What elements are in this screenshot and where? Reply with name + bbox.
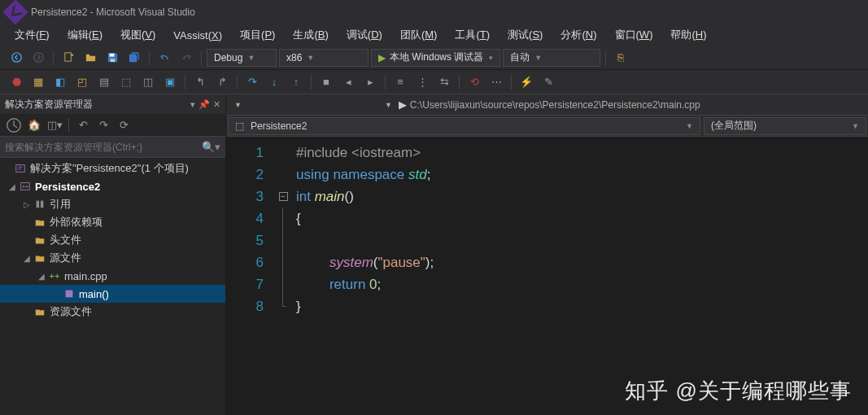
tree-sources[interactable]: ◢源文件: [0, 249, 225, 267]
tree-ext[interactable]: 外部依赖项: [0, 213, 225, 231]
svg-rect-3: [109, 54, 114, 57]
solution-search[interactable]: 🔍▾: [0, 137, 225, 158]
nav-dropdown[interactable]: ▼: [382, 97, 395, 113]
home-icon[interactable]: 🏠: [25, 116, 43, 134]
search-input[interactable]: [5, 142, 202, 153]
tb2-icon[interactable]: ◫: [138, 72, 158, 92]
tb2-icon[interactable]: ▤: [94, 72, 114, 92]
tb2-icon[interactable]: ≡: [390, 72, 410, 92]
panel-close-icon[interactable]: ✕: [213, 99, 220, 110]
menu-s[interactable]: 测试(S): [499, 25, 551, 45]
tb2-icon[interactable]: ✎: [539, 72, 558, 92]
tb2-icon[interactable]: ⇆: [434, 72, 454, 92]
code-editor[interactable]: 12345678 − #include <iostream> using nam…: [226, 137, 868, 415]
breadcrumb[interactable]: C:\Users\lijiaxun\source\repos\Persisten…: [410, 99, 863, 111]
tb2-icon[interactable]: ⬚: [116, 72, 136, 92]
svg-rect-11: [66, 290, 73, 298]
tb2-icon[interactable]: ▣: [160, 72, 180, 92]
menu-m[interactable]: 团队(M): [392, 25, 446, 45]
project-context-dropdown[interactable]: ⬚Persistence2▼: [228, 117, 700, 135]
step-over-icon[interactable]: ↷: [242, 72, 262, 92]
tb2-icon[interactable]: ▸: [360, 72, 380, 92]
fwd-icon[interactable]: ↷: [94, 116, 112, 134]
menubar: 文件(F)编辑(E)视图(V)VAssist(X)项目(P)生成(B)调试(D)…: [0, 24, 868, 46]
tb2-icon[interactable]: ↱: [212, 72, 232, 92]
tb2-icon[interactable]: ◧: [50, 72, 70, 92]
undo-icon[interactable]: [155, 48, 174, 68]
nav-fwd-icon[interactable]: [28, 48, 48, 68]
tb2-icon[interactable]: ◰: [72, 72, 92, 92]
nav-dropdown[interactable]: ▼: [231, 97, 245, 113]
start-debug-button[interactable]: ▶本地 Windows 调试器▾: [371, 49, 500, 67]
solution-tree: 解决方案"Persistence2"(1 个项目) ◢++Persistence…: [0, 158, 225, 415]
menu-p[interactable]: 项目(P): [232, 25, 283, 45]
bookmark-icon[interactable]: ■: [316, 72, 336, 92]
tb2-icon[interactable]: ⟲: [465, 72, 484, 92]
tree-resources[interactable]: 资源文件: [0, 303, 225, 321]
menu-t[interactable]: 工具(T): [447, 25, 498, 45]
nav-back-icon[interactable]: [7, 48, 26, 68]
refresh-icon[interactable]: ⟳: [115, 116, 133, 134]
svg-point-1: [33, 53, 42, 62]
titlebar: Persistence2 - Microsoft Visual Studio: [0, 0, 868, 24]
code-content[interactable]: #include <iostream> using namespace std;…: [291, 137, 868, 415]
vs-logo-icon: [2, 0, 28, 25]
new-icon[interactable]: [59, 48, 78, 68]
sync-icon[interactable]: ◫▾: [46, 116, 63, 134]
menu-b[interactable]: 生成(B): [285, 25, 336, 45]
svg-rect-9: [37, 201, 40, 208]
save-icon[interactable]: [103, 48, 122, 68]
menu-e[interactable]: 编辑(E): [59, 25, 111, 45]
fold-toggle[interactable]: −: [279, 192, 288, 201]
svg-rect-10: [41, 201, 44, 208]
menu-f[interactable]: 文件(F): [7, 25, 58, 45]
tree-project[interactable]: ◢++Persistence2: [0, 177, 225, 195]
step-out-icon[interactable]: ↑: [286, 72, 306, 92]
search-icon[interactable]: 🔍▾: [202, 141, 220, 153]
svg-point-0: [11, 53, 20, 62]
panel-header: 解决方案资源管理器 ▾ 📌 ✕: [0, 94, 225, 114]
svg-rect-2: [64, 53, 71, 61]
tb2-icon[interactable]: ◂: [338, 72, 358, 92]
tb2-icon[interactable]: ⋮: [412, 72, 432, 92]
save-all-icon[interactable]: [124, 48, 144, 68]
tb2-icon[interactable]: ⋯: [486, 72, 506, 92]
tree-headers[interactable]: 头文件: [0, 231, 225, 249]
tb2-icon[interactable]: ⬣: [7, 72, 26, 92]
tb2-icon[interactable]: ⚡: [517, 72, 536, 92]
panel-title: 解决方案资源管理器: [5, 98, 93, 111]
tree-solution[interactable]: 解决方案"Persistence2"(1 个项目): [0, 159, 225, 177]
svg-text:++: ++: [22, 184, 28, 190]
menu-w[interactable]: 窗口(W): [607, 25, 661, 45]
file-path: C:\Users\lijiaxun\source\repos\Persisten…: [410, 99, 700, 111]
tb2-icon[interactable]: ▦: [28, 72, 48, 92]
tree-file-main[interactable]: ◢++main.cpp: [0, 267, 225, 285]
redo-icon[interactable]: [177, 48, 196, 68]
menu-v[interactable]: 视图(V): [112, 25, 164, 45]
editor-nav: ▼ ▼ ▶ C:\Users\lijiaxun\source\repos\Per…: [226, 94, 868, 116]
step-into-icon[interactable]: ↓: [264, 72, 284, 92]
menu-d[interactable]: 调试(D): [338, 25, 390, 45]
menu-h[interactable]: 帮助(H): [662, 25, 714, 45]
home-icon[interactable]: [5, 116, 23, 134]
config-dropdown[interactable]: Debug▼: [207, 49, 277, 67]
chevron-right-icon: ▶: [399, 98, 407, 111]
menu-x[interactable]: VAssist(X): [165, 27, 230, 44]
watermark: 知乎 @关于编程哪些事: [625, 377, 852, 405]
menu-n[interactable]: 分析(N): [552, 25, 604, 45]
main-toolbar: Debug▼ x86▼ ▶本地 Windows 调试器▾ 自动▼ ⎘: [0, 46, 868, 70]
open-icon[interactable]: [81, 48, 100, 68]
tb2-icon[interactable]: ↰: [190, 72, 210, 92]
platform-dropdown[interactable]: x86▼: [279, 49, 369, 67]
tree-refs[interactable]: ▷引用: [0, 195, 225, 213]
window-title: Persistence2 - Microsoft Visual Studio: [31, 7, 195, 18]
panel-toolbar: 🏠 ◫▾ ↶ ↷ ⟳: [0, 114, 225, 137]
scope-context-dropdown[interactable]: (全局范围)▼: [704, 117, 866, 135]
extra-icon[interactable]: ⎘: [611, 48, 630, 68]
panel-menu-icon[interactable]: ▾: [190, 99, 195, 110]
tree-func-main[interactable]: main(): [0, 285, 225, 303]
auto-dropdown[interactable]: 自动▼: [503, 49, 600, 67]
back-icon[interactable]: ↶: [74, 116, 92, 134]
fold-column: −: [275, 137, 291, 415]
panel-pin-icon[interactable]: 📌: [198, 99, 210, 110]
